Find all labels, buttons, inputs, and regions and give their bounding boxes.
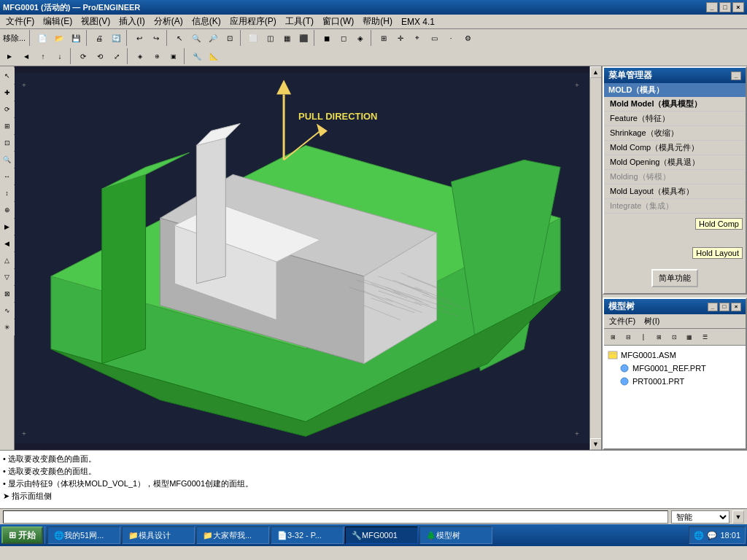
tb-r7[interactable]: ⤢ [109, 48, 125, 64]
menu-mold-layout[interactable]: Mold Layout（模具布） [604, 184, 746, 199]
left-tb-9[interactable]: ⊕ [0, 202, 15, 218]
simple-func-button[interactable]: 简单功能 [651, 269, 698, 287]
menu-help[interactable]: 帮助(H) [358, 15, 397, 28]
tb-settings[interactable]: ⚙ [460, 30, 476, 46]
tree-settings-btn[interactable]: ⊡ [667, 330, 681, 343]
menu-emx[interactable]: EMX 4.1 [397, 16, 439, 28]
tb-r9[interactable]: ⊕ [149, 48, 165, 64]
tb-r1[interactable]: ▶ [1, 48, 18, 64]
tb-repaint[interactable]: 🔄 [108, 30, 124, 46]
scroll-up-arrow[interactable]: ▲ [590, 66, 602, 78]
start-button[interactable]: ⊞ 开始 [1, 526, 43, 544]
tb-grid[interactable]: ⊞ [376, 30, 392, 46]
taskbar-item-help[interactable]: 📁 大家帮我... [196, 526, 269, 544]
tree-item-prt0001[interactable]: PRT0001.PRT [607, 375, 743, 388]
menu-file[interactable]: 文件(F) [1, 15, 39, 28]
tree-collapse-btn[interactable]: ⊟ [621, 330, 635, 343]
menu-mold-comp[interactable]: Mold Comp（模具元件） [604, 141, 746, 155]
tb-wireframe[interactable]: ◻ [336, 30, 352, 46]
taskbar-item-ie[interactable]: 🌐 我的51网... [47, 526, 120, 544]
menu-shrinkage[interactable]: Shrinkage（收缩） [604, 126, 746, 141]
menu-analysis[interactable]: 分析(A) [150, 15, 187, 28]
tb-r5[interactable]: ⟳ [75, 48, 91, 64]
status-dropdown-arrow[interactable]: ▼ [732, 510, 744, 524]
viewport-3d[interactable]: PULL DIRECTION + + + + [15, 66, 589, 450]
menu-applications[interactable]: 应用程序(P) [225, 15, 281, 28]
left-tb-3[interactable]: ⟳ [0, 101, 15, 117]
minimize-button[interactable]: _ [706, 2, 718, 12]
left-tb-15[interactable]: ∿ [0, 303, 15, 319]
tb-view4[interactable]: ⬛ [295, 30, 311, 46]
left-tb-13[interactable]: ▽ [0, 269, 15, 285]
tree-menu-file[interactable]: 文件(F) [605, 315, 640, 327]
scroll-down-arrow[interactable]: ▼ [590, 438, 602, 450]
tb-open[interactable]: 📂 [51, 30, 67, 46]
tb-r11[interactable]: 🔧 [189, 48, 205, 64]
left-tb-12[interactable]: △ [0, 252, 15, 268]
tb-r10[interactable]: ▣ [166, 48, 182, 64]
menu-mold-model[interactable]: Mold Model（模具模型） [604, 97, 746, 112]
tree-menu-tree[interactable]: 树(I) [640, 315, 664, 327]
tree-item-ref-prt[interactable]: MFG0001_REF.PRT [607, 362, 743, 375]
tb-hidden[interactable]: ◈ [352, 30, 368, 46]
model-tree-close[interactable]: × [731, 303, 741, 311]
left-tb-11[interactable]: ◀ [0, 236, 15, 252]
tree-filter-btn[interactable]: ⊞ [651, 330, 666, 343]
tb-zoom-fit[interactable]: ⊡ [222, 30, 238, 46]
taskbar-item-tree[interactable]: 🌲 模型树 [419, 526, 492, 544]
taskbar-item-doc[interactable]: 📄 3-32 - P... [271, 526, 344, 544]
tb-undo[interactable]: ↩ [131, 30, 147, 46]
menu-feature[interactable]: Feature（特征） [604, 112, 746, 126]
tb-r12[interactable]: 📐 [206, 48, 222, 64]
tb-save[interactable]: 💾 [68, 30, 84, 46]
tree-grid-btn[interactable]: ▦ [682, 330, 697, 343]
tb-redo[interactable]: ↪ [148, 30, 164, 46]
left-tb-14[interactable]: ⊠ [0, 286, 15, 302]
model-tree-minimize[interactable]: _ [708, 303, 718, 311]
left-tb-8[interactable]: ↕ [0, 185, 15, 201]
tree-expand-btn[interactable]: ⊞ [605, 330, 620, 343]
tree-list-btn[interactable]: ☰ [697, 330, 712, 343]
maximize-button[interactable]: □ [719, 2, 731, 12]
left-tb-6[interactable]: 🔍 [0, 152, 15, 168]
left-tb-7[interactable]: ↔ [0, 168, 15, 184]
left-tb-4[interactable]: ⊞ [0, 118, 15, 134]
menu-info[interactable]: 信息(K) [187, 15, 225, 28]
tb-r6[interactable]: ⟲ [92, 48, 108, 64]
status-dropdown[interactable]: 智能几何基准特征 [671, 510, 729, 524]
menu-tools[interactable]: 工具(T) [281, 15, 318, 28]
tb-zoom-in[interactable]: 🔍 [188, 30, 204, 46]
close-button[interactable]: × [732, 2, 744, 12]
tb-new[interactable]: 📄 [34, 30, 50, 46]
taskbar-item-mold[interactable]: 📁 模具设计 [122, 526, 195, 544]
menu-view[interactable]: 视图(V) [77, 15, 115, 28]
tb-view1[interactable]: ⬜ [245, 30, 261, 46]
tb-r3[interactable]: ↑ [35, 48, 51, 64]
tb-r8[interactable]: ◈ [132, 48, 148, 64]
left-tb-2[interactable]: ✚ [0, 85, 15, 101]
left-tb-5[interactable]: ⊡ [0, 135, 15, 151]
tb-axis[interactable]: ✛ [392, 30, 409, 46]
tb-view3[interactable]: ▦ [279, 30, 295, 46]
left-tb-16[interactable]: ✳ [0, 319, 15, 335]
menu-manager-minimize[interactable]: _ [731, 71, 741, 80]
tb-csys[interactable]: ⌖ [409, 30, 425, 46]
tb-select[interactable]: ↖ [171, 30, 187, 46]
tb-r4[interactable]: ↓ [52, 48, 68, 64]
left-tb-10[interactable]: ▶ [0, 219, 15, 235]
tb-view2[interactable]: ◫ [262, 30, 278, 46]
taskbar-item-mfg[interactable]: 🔧 MFG0001 [345, 526, 418, 544]
menu-edit[interactable]: 编辑(E) [39, 15, 77, 28]
tree-item-asm[interactable]: MFG0001.ASM [607, 349, 743, 362]
left-tb-1[interactable]: ↖ [0, 68, 15, 84]
menu-window[interactable]: 窗口(W) [318, 15, 358, 28]
tb-shading[interactable]: ◼ [319, 30, 335, 46]
tb-plane[interactable]: ▭ [426, 30, 442, 46]
tb-point[interactable]: · [443, 30, 459, 46]
menu-mold-opening[interactable]: Mold Opening（模具退） [604, 155, 746, 170]
tb-zoom-out[interactable]: 🔎 [205, 30, 221, 46]
tb-print[interactable]: 🖨 [91, 30, 107, 46]
status-input[interactable] [3, 510, 668, 524]
tb-r2[interactable]: ◀ [18, 48, 34, 64]
menu-insert[interactable]: 插入(I) [115, 15, 149, 28]
